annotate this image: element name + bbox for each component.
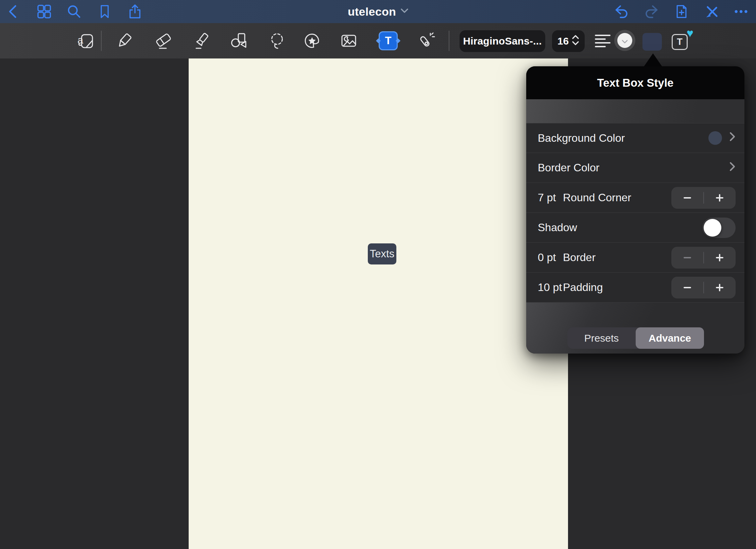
bookmark-icon [97,3,112,20]
popover-arrow [644,53,662,67]
text-style-favorites-button[interactable]: T ♥ [670,30,692,52]
popover-rows: Background Color Border Color 7 pt Round… [526,123,744,303]
plus-button[interactable] [704,187,736,209]
thumbnails-button[interactable] [36,3,52,20]
toolbar-divider [449,31,449,51]
eraser-icon [154,31,173,50]
note-page-canvas[interactable]: Texts [189,58,568,549]
shadow-toggle-off[interactable] [702,218,736,238]
popover-header: Text Box Style [526,66,744,99]
minus-button[interactable] [671,187,703,209]
border-value: 0 pt [538,251,563,264]
laser-pointer-icon [416,31,435,50]
scroll-edit-mode-button[interactable]: a [77,31,96,50]
text-align-button[interactable] [593,31,612,50]
stop-editing-button[interactable] [704,3,720,20]
heart-badge-icon: ♥ [687,27,693,39]
shapes-icon [229,31,248,50]
eraser-tool-button[interactable] [154,31,173,50]
lasso-icon [268,31,287,50]
laser-pointer-tool-button[interactable] [416,31,435,50]
photo-icon [339,31,358,50]
back-button[interactable] [5,3,22,20]
ellipsis-icon [733,4,749,19]
font-size-value: 16 [557,35,569,47]
sticker-star-icon [303,31,322,50]
chevron-right-icon [729,161,736,174]
add-page-button[interactable] [673,3,690,20]
minus-button-disabled[interactable] [671,247,703,269]
undo-button[interactable] [613,3,630,20]
plus-button[interactable] [704,277,736,298]
chevron-down-icon [401,8,408,15]
highlighter-icon [192,31,211,50]
row-label: Shadow [538,221,577,234]
row-padding: 10 pt Padding [526,273,744,303]
row-label: Round Corner [563,191,631,204]
row-label: Border [563,251,596,264]
search-button[interactable] [66,3,82,20]
padding-value: 10 pt [538,281,563,294]
plus-button[interactable] [704,247,736,269]
border-stepper [671,247,736,269]
round-corner-stepper [671,187,736,209]
align-left-icon [594,32,611,49]
more-options-button[interactable] [733,3,749,20]
notebook-a-glyph: a [78,34,83,46]
image-tool-button[interactable] [339,31,358,50]
font-family-label: HiraginoSans-... [463,35,542,47]
notebook-edit-icon: a [77,31,96,50]
canvas-text-box[interactable]: Texts [368,243,396,264]
shapes-tool-button[interactable] [229,31,248,50]
grid-icon [36,4,52,19]
popover-title: Text Box Style [597,76,674,89]
background-color-swatch [708,131,722,145]
text-tool-button-selected[interactable]: T [379,31,398,50]
toggle-knob [704,219,721,237]
row-label: Background Color [538,132,625,144]
popover-footer: Presets Advance [526,303,744,354]
redo-icon [644,4,659,19]
stickers-tool-button[interactable] [303,31,322,50]
stepper-chevrons-icon [572,34,579,48]
row-background-color[interactable]: Background Color [526,123,744,153]
text-color-swatch [617,33,632,48]
pen-tool-button[interactable] [115,31,134,50]
highlighter-tool-button[interactable] [192,31,211,50]
document-title-button[interactable]: utelecon [348,0,408,23]
row-border-width: 0 pt Border [526,243,744,273]
lasso-tool-button[interactable] [268,31,287,50]
text-color-button[interactable] [614,30,635,51]
font-size-stepper[interactable]: 16 [552,30,585,52]
advance-button-selected[interactable]: Advance [636,327,704,349]
share-button[interactable] [127,3,143,20]
add-page-icon [674,3,689,20]
tools-toolbar: a T [0,23,756,58]
toolbar-divider [101,31,102,51]
row-round-corner: 7 pt Round Corner [526,183,744,213]
share-icon [127,3,143,20]
text-box-style-popover: Text Box Style Background Color Border C… [526,66,744,354]
document-title: utelecon [348,5,396,18]
redo-button[interactable] [643,3,660,20]
text-box-style-button-pressed[interactable] [642,33,662,51]
top-navigation-bar: utelecon [0,0,756,23]
chevron-right-icon [729,132,736,144]
padding-stepper [671,277,736,298]
round-corner-value: 7 pt [538,191,563,204]
minus-button[interactable] [671,277,703,298]
row-border-color[interactable]: Border Color [526,153,744,183]
presets-advance-segmented-control: Presets Advance [567,327,704,349]
bookmark-button[interactable] [97,3,113,20]
popover-preview-band [526,99,744,123]
textbox-handle-icon [396,38,400,43]
undo-icon [614,4,629,19]
text-style-t-icon: T [672,34,688,50]
text-style-t-glyph: T [677,37,683,47]
row-label: Border Color [538,161,599,174]
textbox-handle-icon [376,38,381,43]
back-chevron-icon [6,3,21,20]
font-family-button[interactable]: HiraginoSans-... [460,30,545,52]
presets-button[interactable]: Presets [567,327,636,349]
pencil-cross-icon [704,4,720,19]
